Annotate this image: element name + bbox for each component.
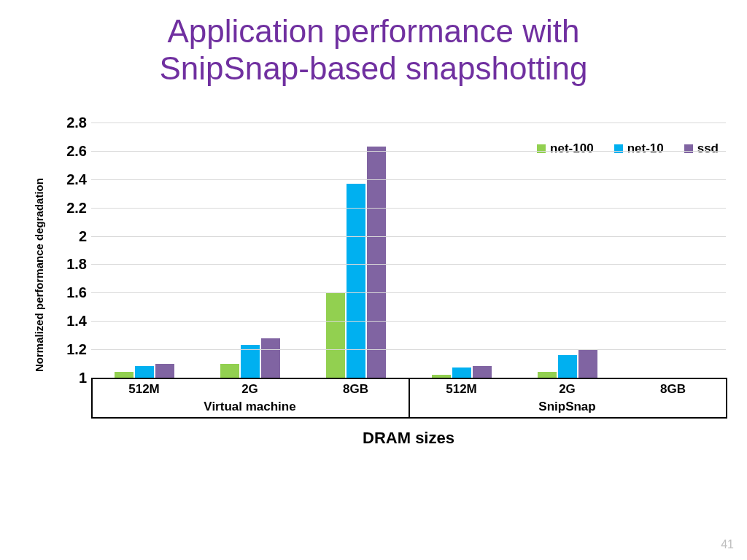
grid-line: [91, 321, 726, 322]
bars-layer: [91, 122, 726, 378]
grid-line: [91, 179, 726, 180]
bar-net-10: [452, 368, 471, 378]
bar-net-10: [347, 184, 365, 378]
y-tick-label: 2: [52, 228, 87, 244]
bar-ssd: [155, 364, 174, 378]
bar-net-100: [538, 372, 557, 378]
grid-line: [91, 151, 726, 152]
grid-line: [91, 208, 726, 209]
bar-ssd: [261, 338, 280, 378]
chart: Normalized performance degradation net-1…: [40, 122, 726, 429]
slide-title: Application performance with SnipSnap-ba…: [0, 13, 747, 87]
y-tick-label: 1.4: [52, 313, 87, 330]
y-tick-label: 2.6: [52, 142, 87, 159]
title-line-1: Application performance with: [168, 13, 580, 49]
page-number: 41: [721, 538, 734, 551]
y-tick-label: 2.2: [52, 199, 87, 216]
y-tick-label: 1.2: [52, 341, 87, 358]
plot-area: net-100 net-10 ssd 11.21.41.61.822.22.42…: [91, 122, 726, 379]
bar-net-100: [115, 372, 133, 378]
y-axis-label: Normalized performance degradation: [33, 178, 45, 372]
grid-line: [91, 349, 726, 350]
bar-ssd: [367, 147, 386, 378]
y-tick-label: 1: [52, 370, 87, 386]
y-tick-label: 2.4: [52, 171, 87, 187]
y-tick-label: 1.8: [52, 256, 87, 273]
grid-line: [91, 292, 726, 293]
bar-net-100: [326, 292, 345, 378]
y-tick-label: 1.6: [52, 284, 87, 301]
bar-net-10: [558, 355, 577, 378]
grid-line: [91, 264, 726, 265]
grid-line: [91, 122, 726, 123]
title-line-2: SnipSnap-based snapshotting: [159, 50, 587, 86]
group-label: SnipSnap: [538, 400, 595, 414]
x-axis-label: DRAM sizes: [91, 429, 726, 448]
y-tick-label: 2.8: [52, 114, 87, 131]
grid-line: [91, 236, 726, 237]
bar-net-10: [135, 366, 154, 378]
bar-ssd: [473, 366, 492, 378]
group-label: Virtual machine: [204, 400, 295, 414]
bar-ssd: [578, 349, 597, 378]
bar-net-100: [220, 364, 239, 378]
